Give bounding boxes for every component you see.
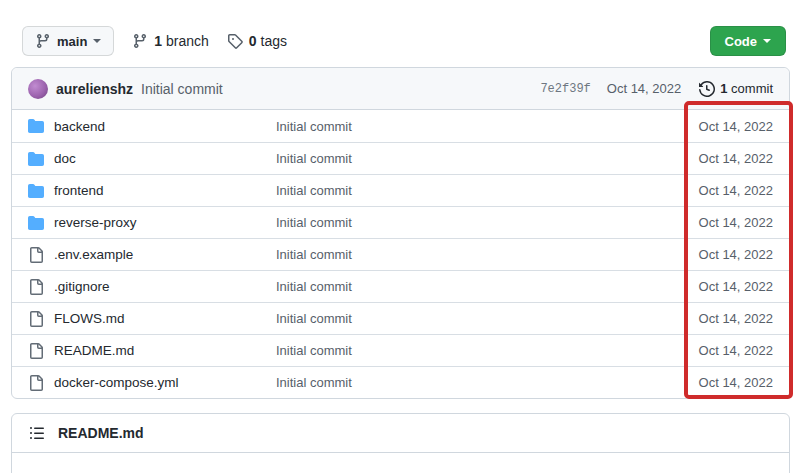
file-name-link[interactable]: backend [54,119,276,134]
chevron-down-icon [93,39,101,43]
table-row: .env.example Initial commit Oct 14, 2022 [12,238,789,270]
branch-count: 1 [154,33,162,49]
git-branch-icon [35,33,51,49]
table-row: doc Initial commit Oct 14, 2022 [12,142,789,174]
file-commit-message-link[interactable]: Initial commit [276,247,663,262]
commit-count: 1 [720,81,727,96]
file-name-link[interactable]: README.md [54,343,276,358]
file-commit-message-link[interactable]: Initial commit [276,343,663,358]
file-commit-message-link[interactable]: Initial commit [276,215,663,230]
tags-link[interactable]: 0 tags [227,33,287,49]
commit-history-link[interactable]: 1 commit [699,81,773,97]
file-icon [28,279,44,295]
table-row: .gitignore Initial commit Oct 14, 2022 [12,270,789,302]
tag-count: 0 [249,33,257,49]
code-button[interactable]: Code [710,26,787,56]
table-row: reverse-proxy Initial commit Oct 14, 202… [12,206,789,238]
file-commit-date: Oct 14, 2022 [663,247,773,262]
history-clock-icon [699,81,715,97]
file-icon [28,247,44,263]
file-commit-date: Oct 14, 2022 [663,119,773,134]
branch-name-label: main [57,34,87,49]
file-name-link[interactable]: FLOWS.md [54,311,276,326]
file-name-link[interactable]: .gitignore [54,279,276,294]
file-commit-date: Oct 14, 2022 [663,375,773,390]
table-row: docker-compose.yml Initial commit Oct 14… [12,366,789,398]
file-icon [28,343,44,359]
tag-icon [227,33,243,49]
branch-selector-button[interactable]: main [22,26,114,56]
git-branch-icon [132,33,148,49]
repo-toolbar: main 1 branch 0 tags Code [0,0,800,62]
author-avatar[interactable] [28,79,48,99]
code-button-label: Code [725,34,758,49]
branches-link[interactable]: 1 branch [132,33,209,49]
table-row: frontend Initial commit Oct 14, 2022 [12,174,789,206]
readme-header: README.md [12,414,789,453]
commit-hash-link[interactable]: 7e2f39f [540,82,590,96]
file-commit-message-link[interactable]: Initial commit [276,375,663,390]
file-commit-date: Oct 14, 2022 [663,311,773,326]
table-row: FLOWS.md Initial commit Oct 14, 2022 [12,302,789,334]
file-name-link[interactable]: docker-compose.yml [54,375,276,390]
table-row: README.md Initial commit Oct 14, 2022 [12,334,789,366]
file-commit-message-link[interactable]: Initial commit [276,151,663,166]
file-commit-message-link[interactable]: Initial commit [276,183,663,198]
file-commit-date: Oct 14, 2022 [663,343,773,358]
commit-count-label: commit [731,81,773,96]
folder-icon [28,215,44,231]
file-commit-date: Oct 14, 2022 [663,183,773,198]
file-commit-message-link[interactable]: Initial commit [276,311,663,326]
file-browser-box: aurelienshz Initial commit 7e2f39f Oct 1… [11,67,790,399]
folder-icon [28,151,44,167]
file-commit-date: Oct 14, 2022 [663,215,773,230]
file-icon [28,375,44,391]
file-commit-message-link[interactable]: Initial commit [276,119,663,134]
file-commit-date: Oct 14, 2022 [663,279,773,294]
latest-commit-bar: aurelienshz Initial commit 7e2f39f Oct 1… [12,68,789,110]
file-commit-date: Oct 14, 2022 [663,151,773,166]
file-name-link[interactable]: .env.example [54,247,276,262]
file-commit-message-link[interactable]: Initial commit [276,279,663,294]
readme-section: README.md [11,413,790,473]
file-name-link[interactable]: doc [54,151,276,166]
folder-icon [28,118,44,134]
tag-count-label: tags [261,33,287,49]
commit-author-link[interactable]: aurelienshz [56,81,133,97]
commit-message-link[interactable]: Initial commit [141,81,223,97]
file-name-link[interactable]: reverse-proxy [54,215,276,230]
chevron-down-icon [763,39,771,43]
file-name-link[interactable]: frontend [54,183,276,198]
readme-title-link[interactable]: README.md [58,425,144,441]
repo-stats: 1 branch 0 tags [132,33,287,49]
table-row: backend Initial commit Oct 14, 2022 [12,110,789,142]
file-icon [28,311,44,327]
commit-date: Oct 14, 2022 [607,81,681,96]
list-unordered-icon[interactable] [29,425,45,441]
file-table: backend Initial commit Oct 14, 2022 doc … [12,110,789,398]
branch-count-label: branch [166,33,209,49]
folder-icon [28,183,44,199]
